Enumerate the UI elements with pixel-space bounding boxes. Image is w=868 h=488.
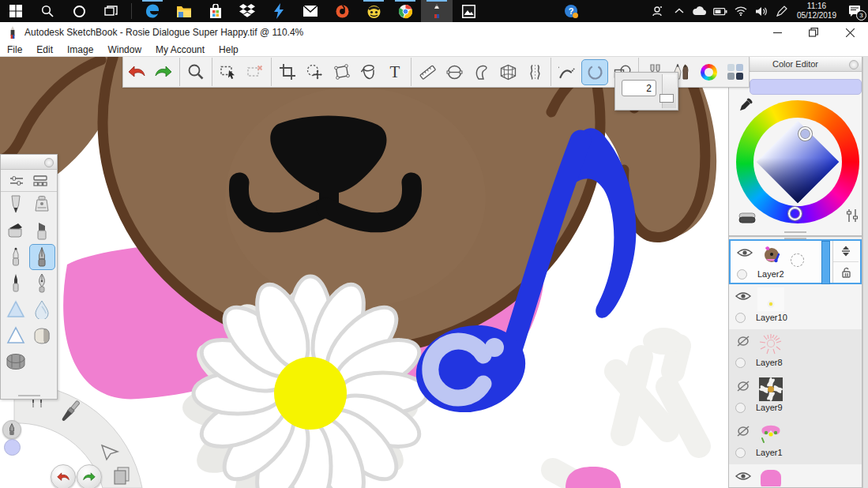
deselect-tool[interactable] xyxy=(242,59,269,85)
layer-reorder-handle[interactable] xyxy=(833,241,859,262)
visibility-off-icon[interactable] xyxy=(735,426,751,437)
eyedropper-icon[interactable] xyxy=(738,98,753,112)
tray-onedrive[interactable] xyxy=(690,0,710,22)
taskbar-lightning-app[interactable] xyxy=(263,0,295,22)
french-curve-tool[interactable] xyxy=(468,59,494,85)
transform-tool[interactable] xyxy=(301,59,328,85)
taskbar-file-explorer[interactable] xyxy=(168,0,200,22)
undo-button[interactable] xyxy=(123,59,150,85)
panel-collapse-button[interactable] xyxy=(849,60,859,69)
layer-radio[interactable] xyxy=(735,313,746,323)
fill-tool[interactable] xyxy=(355,59,381,85)
brush-marker[interactable] xyxy=(3,218,29,244)
current-color-swatch[interactable] xyxy=(750,79,862,95)
brush-airbrush[interactable] xyxy=(29,192,55,218)
taskbar-edge[interactable] xyxy=(137,0,168,22)
taskbar-store[interactable] xyxy=(200,0,231,22)
brush-fine-liner[interactable] xyxy=(3,270,29,296)
ellipse-guide-tool[interactable] xyxy=(441,59,468,85)
task-view-button[interactable] xyxy=(95,0,126,22)
tray-people[interactable] xyxy=(648,0,669,22)
layer-radio[interactable] xyxy=(735,358,746,368)
layer-lock-toggle[interactable] xyxy=(833,262,859,283)
taskbar-sketchbook[interactable] xyxy=(421,0,453,22)
menu-help[interactable]: Help xyxy=(212,44,246,55)
close-button[interactable] xyxy=(832,22,868,43)
color-puck-icon[interactable] xyxy=(738,210,756,226)
ruler-tool[interactable] xyxy=(414,59,441,85)
stroke-amount-field[interactable]: 2 xyxy=(622,80,656,96)
visibility-on-icon[interactable] xyxy=(737,247,753,258)
symmetry-tool[interactable] xyxy=(521,59,548,85)
brush-chisel[interactable] xyxy=(29,218,55,244)
layer-row-layer1[interactable]: Layer1 xyxy=(729,419,862,465)
brush-nib-pen[interactable] xyxy=(29,270,55,296)
menu-file[interactable]: File xyxy=(0,44,29,55)
lagoon-paintbrush-icon[interactable] xyxy=(57,398,84,425)
cortana-button[interactable] xyxy=(63,0,95,22)
layer-radio[interactable] xyxy=(735,448,746,458)
taskbar-photos[interactable] xyxy=(453,0,484,22)
lagoon-brush-button[interactable] xyxy=(2,420,21,439)
brush-sets-icon[interactable] xyxy=(32,175,48,187)
tray-battery[interactable] xyxy=(710,0,731,22)
lagoon-cursor-icon[interactable] xyxy=(100,442,120,463)
brush-palette-resize-grip[interactable] xyxy=(18,395,40,396)
taskbar-clock[interactable]: 11:16 05/12/2019 xyxy=(792,2,841,21)
crop-tool[interactable] xyxy=(274,59,301,85)
panel-resize-grip[interactable] xyxy=(784,231,806,233)
brush-palette-header[interactable] xyxy=(1,155,57,170)
menu-image[interactable]: Image xyxy=(60,44,100,55)
taskbar-mail[interactable] xyxy=(295,0,326,22)
visibility-off-icon[interactable] xyxy=(735,336,751,347)
copic-library-button[interactable] xyxy=(722,59,749,85)
brush-ink-pen-selected[interactable] xyxy=(29,244,55,270)
start-button[interactable] xyxy=(0,0,32,22)
taskbar-search-button[interactable] xyxy=(32,0,63,22)
stroke-amount-slider[interactable] xyxy=(659,94,674,103)
color-wheel-button[interactable] xyxy=(695,59,722,85)
layer-row-partial[interactable] xyxy=(729,464,862,487)
layer-row-layer9[interactable]: Layer9 xyxy=(729,374,862,420)
restore-button[interactable] xyxy=(795,22,832,43)
layer-radio[interactable] xyxy=(735,403,746,413)
brush-empty-slot[interactable] xyxy=(29,348,55,374)
tray-network[interactable] xyxy=(731,0,751,22)
brush-broad-eraser[interactable] xyxy=(3,348,29,374)
brush-ballpoint[interactable] xyxy=(3,244,29,270)
tray-help[interactable]: ? xyxy=(562,0,582,22)
layer-radio[interactable] xyxy=(737,269,747,280)
lagoon-undo-button[interactable] xyxy=(51,464,76,488)
visibility-on-icon[interactable] xyxy=(735,291,751,302)
layers-scrollbar-thumb[interactable] xyxy=(821,241,830,284)
taskbar-dropbox[interactable] xyxy=(231,0,263,22)
layer-row-layer10[interactable]: Layer10 xyxy=(729,284,862,330)
lagoon-layers-icon[interactable] xyxy=(111,466,132,486)
diamond-selector[interactable] xyxy=(798,127,812,141)
taskbar-bendy[interactable] xyxy=(358,0,389,22)
taskbar-chrome[interactable] xyxy=(389,0,421,22)
brush-settings-icon[interactable] xyxy=(9,175,24,187)
brush-eraser[interactable] xyxy=(29,322,55,348)
visibility-on-icon[interactable] xyxy=(735,471,751,482)
distort-tool[interactable] xyxy=(328,59,355,85)
menu-my-account[interactable]: My Account xyxy=(148,44,212,55)
tray-pen[interactable] xyxy=(772,0,792,22)
perspective-tool[interactable] xyxy=(494,59,521,85)
layer-row-layer8[interactable]: Layer8 xyxy=(729,329,862,375)
color-sliders-icon[interactable] xyxy=(846,208,859,223)
redo-button[interactable] xyxy=(150,59,177,85)
select-tool[interactable] xyxy=(215,59,242,85)
steady-stroke-tool-selected[interactable] xyxy=(581,59,608,85)
menu-window[interactable]: Window xyxy=(100,44,148,55)
layer-row-layer2[interactable]: Layer2 xyxy=(729,239,862,284)
action-center-button[interactable]: 3 xyxy=(841,0,868,22)
hue-selector[interactable] xyxy=(788,207,802,220)
menu-edit[interactable]: Edit xyxy=(29,44,60,55)
brush-pencil[interactable] xyxy=(3,192,29,218)
predictive-stroke-tool[interactable] xyxy=(554,59,581,85)
brush-soft-airbrush[interactable] xyxy=(3,296,29,322)
tray-chevron-up[interactable] xyxy=(669,0,690,22)
minimize-button[interactable] xyxy=(759,22,795,43)
text-tool[interactable]: T xyxy=(381,59,408,85)
